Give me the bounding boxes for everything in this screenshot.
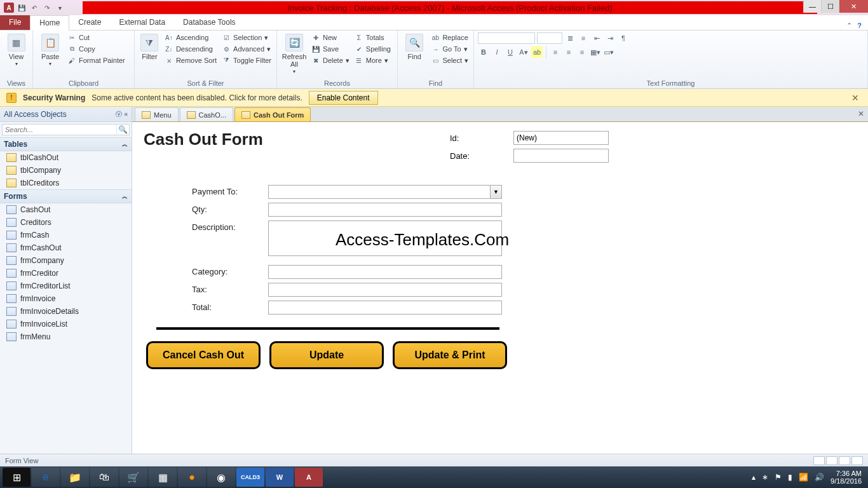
spelling-button[interactable]: ✔Spelling (353, 44, 392, 54)
security-warning-msg[interactable]: Some active content has been disabled. C… (92, 93, 302, 102)
qat-undo-icon[interactable]: ↶ (29, 3, 39, 13)
nav-form-item[interactable]: frmCreditorList (0, 280, 132, 292)
nav-form-item[interactable]: frmCash (0, 229, 132, 241)
nav-table-item[interactable]: tblCreditors (0, 177, 132, 189)
indent-inc-icon[interactable]: ⇥ (604, 32, 616, 44)
qty-field[interactable] (268, 203, 502, 217)
security-close-icon[interactable]: ✕ (849, 93, 862, 103)
taskbar-store-icon[interactable]: 🛍 (90, 468, 118, 487)
nav-search[interactable]: 🔍 (2, 124, 130, 135)
view-layout-icon[interactable] (839, 456, 850, 465)
tray-show-hidden-icon[interactable]: ▴ (752, 473, 756, 482)
nav-form-item[interactable]: frmCashOut (0, 241, 132, 254)
font-size-input[interactable] (537, 32, 562, 44)
selection-button[interactable]: ☑Selection ▾ (220, 32, 273, 43)
save-record-button[interactable]: 💾Save (310, 44, 351, 54)
date-field[interactable] (513, 149, 609, 163)
fill-color-icon[interactable]: ▭▾ (603, 46, 614, 58)
nav-section-tables[interactable]: Tables︽ (0, 137, 132, 151)
tax-field[interactable] (268, 283, 502, 297)
doc-tab-menu[interactable]: Menu (135, 107, 179, 121)
taskbar-chrome-icon[interactable]: ◉ (207, 468, 235, 487)
taskbar-access-icon[interactable]: A (295, 468, 323, 487)
category-field[interactable] (268, 265, 502, 279)
enable-content-button[interactable]: Enable Content (309, 91, 378, 105)
align-right-icon[interactable]: ≡ (576, 46, 588, 58)
close-tab-icon[interactable]: ✕ (858, 109, 864, 118)
view-form-icon[interactable] (813, 456, 825, 465)
nav-header[interactable]: All Access Objects ⓥ « (0, 107, 132, 122)
taskbar-app-icon[interactable]: 🛒 (119, 468, 147, 487)
advanced-button[interactable]: ⚙Advanced ▾ (220, 44, 273, 54)
nav-form-item[interactable]: CashOut (0, 203, 132, 216)
tray-flag-icon[interactable]: ⚑ (775, 473, 782, 482)
sort-desc-button[interactable]: Z↓Descending (163, 44, 218, 54)
nav-form-item[interactable]: Creditors (0, 216, 132, 229)
qat-customize-icon[interactable]: ▾ (55, 3, 65, 13)
format-painter-button[interactable]: 🖌Format Painter (66, 55, 126, 65)
font-color-icon[interactable]: A▾ (518, 46, 529, 58)
highlight-icon[interactable]: ab (531, 46, 543, 58)
help-icon[interactable]: ? (857, 22, 862, 30)
align-center-icon[interactable]: ≡ (563, 46, 574, 58)
doc-tab-cashoutform[interactable]: Cash Out Form (234, 107, 311, 121)
tray-volume-icon[interactable]: 🔊 (815, 473, 824, 482)
sort-asc-button[interactable]: A↑Ascending (163, 32, 218, 43)
qat-redo-icon[interactable]: ↷ (42, 3, 52, 13)
text-dir-icon[interactable]: ¶ (618, 32, 629, 44)
indent-dec-icon[interactable]: ⇤ (591, 32, 602, 44)
nav-collapse-icon[interactable]: « (124, 111, 128, 118)
font-name-input[interactable] (478, 32, 535, 44)
view-button[interactable]: ▦View▾ (4, 32, 29, 69)
payment-to-field[interactable] (268, 185, 491, 199)
ribbon-minimize-icon[interactable]: ⌃ (846, 22, 852, 30)
tray-network-icon[interactable]: 📶 (799, 473, 808, 482)
tab-database-tools[interactable]: Database Tools (174, 15, 245, 30)
toggle-filter-button[interactable]: ⧩Toggle Filter (220, 55, 273, 65)
remove-sort-button[interactable]: ⨯Remove Sort (163, 55, 218, 65)
collapse-icon[interactable]: ︽ (122, 140, 128, 149)
id-field[interactable] (513, 131, 609, 145)
totals-button[interactable]: ΣTotals (353, 32, 392, 43)
window-maximize-button[interactable]: ☐ (821, 0, 839, 13)
tray-bluetooth-icon[interactable]: ∗ (762, 473, 768, 482)
dropdown-icon[interactable]: ▼ (491, 185, 502, 199)
tab-file[interactable]: File (0, 15, 30, 30)
taskbar-explorer-icon[interactable]: 📁 (61, 468, 89, 487)
copy-button[interactable]: ⧉Copy (66, 44, 126, 54)
collapse-icon[interactable]: ︽ (122, 193, 128, 201)
nav-form-item[interactable]: frmCompany (0, 254, 132, 267)
delete-record-button[interactable]: ✖Delete ▾ (310, 55, 351, 65)
nav-table-item[interactable]: tblCompany (0, 164, 132, 177)
update-button[interactable]: Update (269, 341, 384, 369)
update-print-button[interactable]: Update & Print (393, 341, 507, 369)
view-datasheet-icon[interactable] (826, 456, 837, 465)
nav-form-item[interactable]: frmInvoiceList (0, 318, 132, 330)
select-button[interactable]: ▭Select ▾ (430, 55, 470, 65)
taskbar-app-icon[interactable]: ▦ (149, 468, 177, 487)
numbering-icon[interactable]: ≡ (578, 32, 589, 44)
nav-search-input[interactable] (3, 125, 116, 135)
goto-button[interactable]: →Go To ▾ (430, 44, 470, 54)
window-minimize-button[interactable]: — (803, 0, 821, 13)
cancel-cashout-button[interactable]: Cancel Cash Out (146, 341, 261, 369)
nav-table-item[interactable]: tblCashOut (0, 151, 132, 164)
tab-create[interactable]: Create (69, 15, 110, 30)
view-design-icon[interactable] (851, 456, 863, 465)
align-left-icon[interactable]: ≡ (550, 46, 561, 58)
taskbar-firefox-icon[interactable]: ● (178, 468, 206, 487)
nav-form-item[interactable]: frmMenu (0, 330, 132, 343)
nav-filter-dropdown-icon[interactable]: ⓥ (116, 111, 122, 118)
tray-battery-icon[interactable]: ▮ (788, 473, 792, 482)
doc-tab-cashout-short[interactable]: CashO... (180, 107, 233, 121)
tab-home[interactable]: Home (30, 15, 69, 30)
paste-button[interactable]: 📋Paste▾ (37, 32, 64, 69)
refresh-all-button[interactable]: 🔄Refresh All▾ (281, 32, 308, 76)
search-icon[interactable]: 🔍 (116, 125, 129, 135)
underline-icon[interactable]: U (505, 46, 516, 58)
taskbar-ie-icon[interactable]: e (32, 468, 60, 487)
taskbar-word-icon[interactable]: W (266, 468, 294, 487)
italic-icon[interactable]: I (491, 46, 503, 58)
taskbar-app-icon[interactable]: CALD3 (236, 468, 264, 487)
nav-form-item[interactable]: frmInvoiceDetails (0, 305, 132, 318)
